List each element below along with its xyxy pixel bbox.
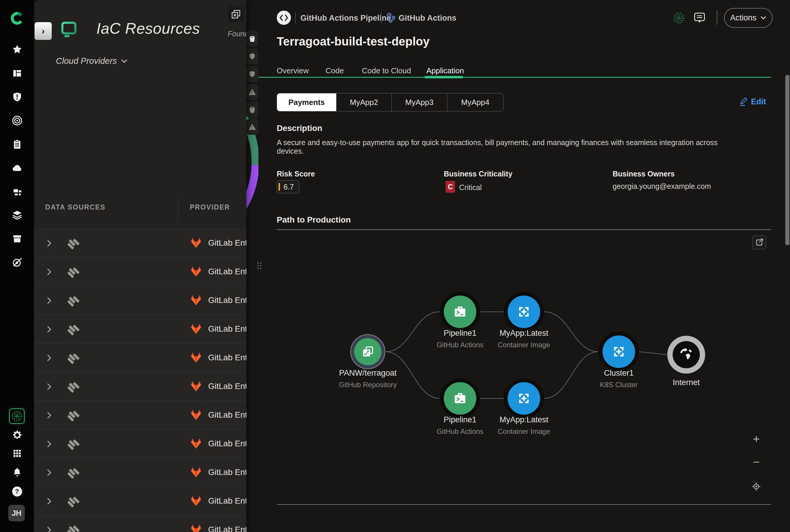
table-row[interactable]: GitLab Enterprise xyxy=(34,315,246,343)
data-source-icon xyxy=(66,352,80,365)
graph-node-label: Pipeline1 xyxy=(444,415,476,424)
pipeline-toolbox-icon xyxy=(452,304,468,320)
close-window-icon xyxy=(231,9,241,19)
graph-node-sublabel: Container Image xyxy=(497,428,550,436)
table-row[interactable]: GitLab Enterprise xyxy=(34,286,246,315)
table-row[interactable]: GitLab Enterprise xyxy=(34,257,246,286)
panel-title: IaC Resources xyxy=(96,19,200,37)
expand-row-chevron-icon[interactable] xyxy=(46,440,52,448)
found-label: Found xyxy=(228,30,246,38)
graph-node-repo[interactable] xyxy=(350,334,385,369)
table-row[interactable]: GitLab Enterprise xyxy=(34,228,246,257)
table-row[interactable]: GitLab Enterprise xyxy=(34,487,246,515)
data-sources-table: GitLab Enterprise GitLab Enterprise xyxy=(34,228,246,532)
gitlab-icon xyxy=(190,294,202,306)
provider-name: GitLab Enterprise xyxy=(208,353,246,362)
sidebar-item-layers[interactable] xyxy=(12,210,22,221)
provider-name: GitLab Enterprise xyxy=(208,238,246,248)
sidebar-item-apps-grid[interactable] xyxy=(13,449,22,458)
gitlab-icon xyxy=(190,237,202,249)
graph-node-internet[interactable] xyxy=(667,336,705,374)
collapse-panel-button[interactable]: › xyxy=(35,22,52,40)
gitlab-icon xyxy=(190,266,202,278)
cloud-icon xyxy=(12,163,22,173)
graph-node-label: Internet xyxy=(673,378,700,387)
graph-node-sublabel: GitHub Actions xyxy=(437,428,484,436)
panel-resize-handle[interactable] xyxy=(258,263,261,269)
sidebar-item-dashboards[interactable] xyxy=(12,68,22,78)
expand-row-chevron-icon[interactable] xyxy=(46,297,52,304)
provider-name: GitLab Enterprise xyxy=(208,439,246,448)
sidebar-item-marketplace[interactable] xyxy=(12,234,22,244)
graph-node-label: Cluster1 xyxy=(604,368,634,378)
graph-node-i1[interactable] xyxy=(508,296,540,328)
graph-node-cluster[interactable] xyxy=(603,336,635,368)
prisma-cloud-logo[interactable] xyxy=(11,12,24,25)
graph-node-sublabel: GitHub Actions xyxy=(437,341,484,349)
table-row[interactable]: GitLab Enterprise xyxy=(34,400,246,429)
k8s-cluster-icon xyxy=(611,344,626,359)
sidebar-item-attack-paths[interactable] xyxy=(12,115,22,126)
gitlab-icon xyxy=(190,438,202,450)
table-row[interactable]: GitLab Enterprise xyxy=(34,458,246,487)
gitlab-icon xyxy=(190,409,202,421)
shield-alert-icon xyxy=(12,92,22,102)
bell-icon xyxy=(12,467,22,477)
graph-node-label: MyApp:Latest xyxy=(500,329,548,338)
target-icon xyxy=(12,115,22,126)
sidebar-item-settings[interactable] xyxy=(12,430,22,440)
user-avatar[interactable]: JH xyxy=(8,505,25,521)
sidebar-item-cloud[interactable] xyxy=(12,163,22,173)
layout-icon xyxy=(12,68,22,78)
column-header-provider[interactable]: Provider xyxy=(190,203,230,211)
expand-row-chevron-icon[interactable] xyxy=(46,526,52,532)
sidebar-item-ai-copilot-active[interactable] xyxy=(9,408,24,424)
data-source-icon xyxy=(66,437,80,451)
table-row[interactable]: GitLab Enterprise xyxy=(34,429,246,458)
sidebar-item-alerts[interactable] xyxy=(12,92,22,102)
expand-row-chevron-icon[interactable] xyxy=(46,469,52,476)
storefront-icon xyxy=(12,234,22,244)
sidebar-item-notifications[interactable] xyxy=(12,467,22,477)
expand-row-chevron-icon[interactable] xyxy=(46,240,52,247)
help-icon: ? xyxy=(12,487,22,496)
data-source-icon xyxy=(66,265,80,279)
expand-row-chevron-icon[interactable] xyxy=(46,354,52,362)
expand-row-chevron-icon[interactable] xyxy=(46,497,52,505)
graph-node-p2[interactable] xyxy=(444,382,476,415)
graph-node-i2[interactable] xyxy=(508,382,540,415)
sidebar-item-reports[interactable] xyxy=(12,139,22,149)
data-source-icon xyxy=(66,237,80,250)
expand-row-chevron-icon[interactable] xyxy=(46,268,52,276)
scrollbar-thumb[interactable] xyxy=(785,75,789,245)
table-row[interactable]: GitLab Enterprise xyxy=(34,343,246,372)
table-header: Data Sources Provider xyxy=(34,194,246,228)
brand-logo-icon xyxy=(11,12,24,25)
sidebar-item-explore[interactable] xyxy=(12,257,22,268)
table-row[interactable]: GitLab Enterprise xyxy=(34,372,246,400)
gitlab-icon xyxy=(190,323,202,335)
sidebar-item-inventory[interactable] xyxy=(12,187,22,196)
table-row[interactable]: GitLab Enterprise xyxy=(34,515,246,532)
provider-name: GitLab Enterprise xyxy=(208,324,246,334)
expand-row-chevron-icon[interactable] xyxy=(46,383,52,391)
sidebar-item-help[interactable]: ? xyxy=(12,487,22,496)
data-source-icon xyxy=(66,495,80,508)
graph-edge xyxy=(639,352,667,355)
sidebar-item-favorites[interactable] xyxy=(12,44,22,54)
provider-name: GitLab Enterprise xyxy=(208,468,246,477)
container-image-icon xyxy=(516,391,532,406)
expand-row-chevron-icon[interactable] xyxy=(46,412,52,419)
cloud-providers-dropdown[interactable]: Cloud Providers xyxy=(56,56,128,66)
star-icon xyxy=(12,44,22,54)
graph-edge xyxy=(385,312,440,352)
column-header-data-sources[interactable]: Data Sources xyxy=(45,203,106,211)
provider-name: GitLab Enterprise xyxy=(208,267,246,276)
graph-node-p1[interactable] xyxy=(444,296,476,328)
container-image-icon xyxy=(516,304,532,320)
expand-row-chevron-icon[interactable] xyxy=(46,325,52,333)
gitlab-icon xyxy=(190,495,202,507)
graph-node-sublabel: GitHub Repository xyxy=(339,381,397,389)
close-panel-button[interactable] xyxy=(228,6,244,22)
data-source-icon xyxy=(66,380,80,394)
